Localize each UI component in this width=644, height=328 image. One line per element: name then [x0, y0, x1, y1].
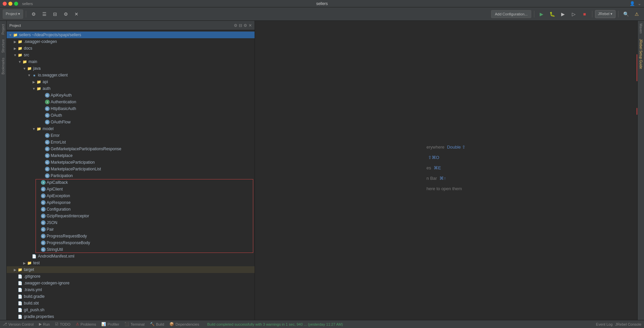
- tree-item-model[interactable]: 📁 model: [7, 125, 255, 132]
- status-terminal[interactable]: ⬛ Terminal: [124, 322, 145, 326]
- status-event-log[interactable]: Event Log: [596, 322, 613, 326]
- add-configuration-button[interactable]: Add Configuration...: [491, 10, 531, 18]
- tree-label: target: [24, 267, 34, 272]
- status-version-control[interactable]: ⎇ Version Control: [3, 322, 34, 326]
- status-build[interactable]: 🔨 Build: [150, 322, 164, 326]
- sidebar-item-maven[interactable]: Maven: [638, 21, 643, 36]
- tree-item-ProgressRequestBody[interactable]: C ProgressRequestBody: [7, 233, 255, 239]
- panel-gear-icon[interactable]: ⚙: [244, 23, 247, 28]
- tree-item-target[interactable]: 📁 target: [7, 266, 255, 273]
- maximize-button[interactable]: [14, 2, 18, 6]
- tree-item-GetMarketplace[interactable]: C GetMarketplaceParticipationsResponse: [7, 146, 255, 152]
- tree-item-Error[interactable]: C Error: [7, 132, 255, 139]
- tree-item-build-sbt[interactable]: 📄 build.sbt: [7, 300, 255, 307]
- tree-label: GzipRequestInterceptor: [47, 214, 89, 218]
- tree-item-Configuration[interactable]: C Configuration: [7, 206, 255, 213]
- tree-item-java[interactable]: 📁 java: [7, 65, 255, 72]
- close-panel-icon[interactable]: ✕: [72, 9, 81, 19]
- tree-item-gitignore[interactable]: 📄 .gitignore: [7, 273, 255, 280]
- tree-item-root[interactable]: 📁 sellers ~/IdeaProjects/spapi/sellers: [7, 32, 255, 38]
- tree-item-git-push[interactable]: 📄 git_push.sh: [7, 307, 255, 313]
- tree-item-Authentication[interactable]: I Authentication: [7, 99, 255, 105]
- tree-item-main[interactable]: 📁 main: [7, 58, 255, 65]
- class-icon: C: [41, 240, 46, 245]
- tree-item-gradle-properties[interactable]: 📄 gradle.properties: [7, 313, 255, 320]
- status-problems[interactable]: ⚠ Problems: [76, 322, 96, 326]
- tree-item-ApiException[interactable]: C ApiException: [7, 193, 255, 199]
- search-button[interactable]: 🔍: [621, 9, 631, 19]
- main-content: Project Structure Bookmarks Project ⚙ ⊟ …: [0, 21, 644, 320]
- tree-item-GzipRequestInterceptor[interactable]: C GzipRequestInterceptor: [7, 213, 255, 219]
- build-icon: 🔨: [150, 322, 155, 326]
- file-tree[interactable]: 📁 sellers ~/IdeaProjects/spapi/sellers 📁…: [7, 30, 255, 320]
- tree-item-ErrorList[interactable]: C ErrorList: [7, 139, 255, 146]
- close-button[interactable]: [3, 2, 7, 6]
- panel-settings-icon[interactable]: ⚙: [234, 23, 237, 28]
- tree-label: OAuth: [51, 113, 62, 118]
- run-coverage-button[interactable]: ▶: [558, 9, 568, 19]
- tree-item-MarketplaceParticipation[interactable]: C MarketplaceParticipation: [7, 159, 255, 166]
- status-profiler[interactable]: 📊 Profiler: [101, 322, 119, 326]
- tree-item-OAuthFlow[interactable]: C OAuthFlow: [7, 119, 255, 125]
- tree-item-ApiCallback[interactable]: I ApiCallback: [7, 179, 255, 186]
- tree-item-MarketplaceParticipationList[interactable]: C MarketplaceParticipationList: [7, 166, 255, 172]
- notification-icon[interactable]: ⚠: [632, 9, 641, 19]
- tree-item-swagger-ignore[interactable]: 📄 .swagger-codegen-ignore: [7, 280, 255, 286]
- sidebar-item-project[interactable]: Project: [1, 22, 6, 37]
- tree-item-ProgressResponseBody[interactable]: C ProgressResponseBody: [7, 239, 255, 246]
- tree-item-auth[interactable]: 📁 auth: [7, 85, 255, 92]
- tree-item-ApiKeyAuth[interactable]: C ApiKeyAuth: [7, 92, 255, 99]
- profiler-label: Profiler: [107, 322, 119, 326]
- tree-item-Marketplace[interactable]: C Marketplace: [7, 152, 255, 159]
- status-jrebel-console[interactable]: JRebel Console: [615, 322, 641, 326]
- minimize-button[interactable]: [8, 2, 12, 6]
- class-icon: C: [41, 214, 46, 218]
- jrebel-badge[interactable]: JRebel ▾: [595, 10, 615, 18]
- panel-layout-icon[interactable]: ⊟: [239, 23, 242, 28]
- status-dependencies[interactable]: 📦 Dependencies: [169, 322, 199, 326]
- tree-item-io-swagger[interactable]: ■ io.swagger.client: [7, 72, 255, 78]
- tree-item-docs[interactable]: 📁 docs: [7, 45, 255, 52]
- sidebar-item-jrebel-guide[interactable]: JRebel Setup Guide: [638, 36, 643, 72]
- tree-label: AndroidManifest.xml: [38, 254, 74, 259]
- title-bar-left: sellers: [3, 2, 33, 6]
- tree-label: main: [29, 59, 37, 64]
- tree-item-build-gradle[interactable]: 📄 build.gradle: [7, 293, 255, 300]
- build-label: Build: [156, 322, 164, 326]
- profile-button[interactable]: ▷: [569, 9, 579, 19]
- debug-button[interactable]: 🐛: [548, 9, 557, 19]
- tree-item-src[interactable]: 📁 src: [7, 52, 255, 58]
- tree-item-api[interactable]: 📁 api: [7, 78, 255, 85]
- project-button[interactable]: Project ▾: [3, 9, 23, 19]
- tree-item-travis[interactable]: 📄 .travis.yml: [7, 286, 255, 293]
- status-todo[interactable]: ☑ TODO: [55, 322, 70, 326]
- tree-item-AndroidManifest[interactable]: 📄 AndroidManifest.xml: [7, 253, 255, 260]
- panel-close-icon[interactable]: ✕: [249, 23, 252, 28]
- sidebar-item-structure[interactable]: Structure: [1, 37, 6, 55]
- gear-icon[interactable]: ⚙: [61, 9, 70, 19]
- layout-icon[interactable]: ⊟: [50, 9, 60, 19]
- tree-item-Participation[interactable]: C Participation: [7, 172, 255, 179]
- tree-item-Pair[interactable]: C Pair: [7, 226, 255, 233]
- tree-item-OAuth[interactable]: C OAuth: [7, 112, 255, 119]
- tree-item-JSON[interactable]: C JSON: [7, 219, 255, 226]
- stop-button[interactable]: ■: [580, 9, 589, 19]
- folder-icon: 📁: [17, 46, 23, 51]
- tree-arrow-swagger: [13, 39, 17, 44]
- sidebar-item-bookmarks[interactable]: Bookmarks: [1, 56, 6, 76]
- tree-item-ApiResponse[interactable]: C ApiResponse: [7, 199, 255, 206]
- hint-row-5: here to open them: [427, 186, 466, 191]
- tree-item-swagger-codegen[interactable]: 📁 .swagger-codegen: [7, 38, 255, 45]
- tree-item-ApiClient[interactable]: C ApiClient: [7, 186, 255, 193]
- file-icon: 📄: [17, 274, 23, 279]
- tree-item-HttpBasicAuth[interactable]: C HttpBasicAuth: [7, 105, 255, 112]
- status-run[interactable]: ▶ Run: [39, 322, 50, 326]
- tree-label: src: [24, 53, 29, 57]
- settings-icon[interactable]: ⚙: [29, 9, 38, 19]
- folder-icon: 📁: [22, 59, 28, 64]
- run-button[interactable]: ▶: [537, 9, 546, 19]
- tree-item-StringUtil[interactable]: C StringUtil: [7, 246, 255, 253]
- list-icon[interactable]: ☰: [40, 9, 49, 19]
- tree-item-test[interactable]: 📁 test: [7, 260, 255, 266]
- left-side-tabs: Project Structure Bookmarks: [0, 21, 7, 320]
